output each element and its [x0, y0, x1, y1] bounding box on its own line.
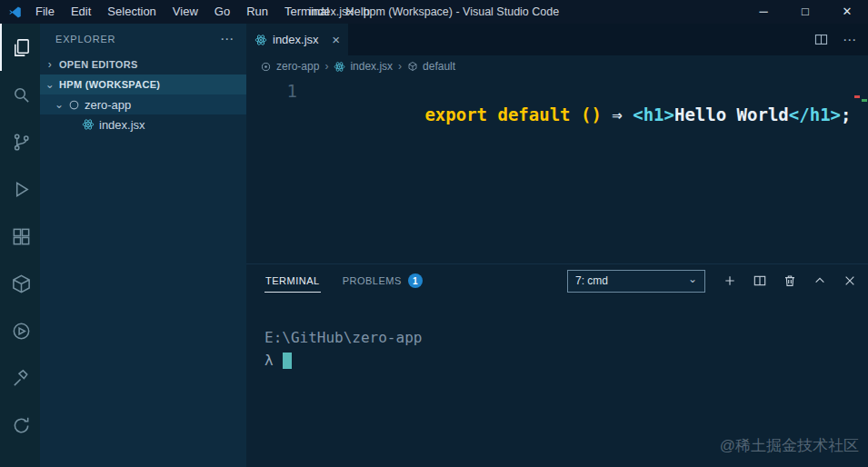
problems-badge: 1	[408, 273, 423, 288]
tab-close-icon[interactable]: ×	[332, 33, 340, 46]
circle-dot-icon	[260, 61, 272, 73]
menu-run[interactable]: Run	[238, 0, 276, 24]
overview-ruler-mark-red	[854, 95, 860, 98]
folder-icon	[68, 99, 80, 111]
run-debug-icon[interactable]	[0, 165, 40, 213]
terminal-cwd: E:\GitHub\zero-app	[264, 326, 868, 349]
code-token-parens: ()	[581, 104, 602, 124]
terminal-output[interactable]: E:\GitHub\zero-app λ	[246, 297, 868, 372]
sidebar-more-actions[interactable]: ⋯	[220, 31, 234, 47]
explorer-sidebar: EXPLORER ⋯ › OPEN EDITORS ⌄ HPM (WORKSPA…	[40, 24, 246, 467]
breadcrumb-index-jsx[interactable]: index.jsx	[334, 60, 393, 73]
tab-bar: index.jsx × ⋯	[246, 24, 868, 55]
chevron-down-icon: ⌄	[688, 273, 697, 285]
titlebar: File Edit Selection View Go Run Terminal…	[0, 0, 868, 24]
close-button[interactable]: ✕	[826, 0, 868, 24]
sidebar-title: EXPLORER	[55, 34, 115, 45]
tab-index-jsx[interactable]: index.jsx ×	[246, 24, 348, 55]
react-icon	[82, 118, 95, 131]
terminal-cursor	[283, 353, 292, 369]
code-token-text: Hello World	[674, 104, 789, 124]
breadcrumb-separator: ›	[324, 60, 328, 73]
open-editors-section[interactable]: › OPEN EDITORS	[40, 55, 246, 75]
kill-terminal-icon[interactable]	[783, 273, 797, 288]
code-token-semicolon: ;	[841, 104, 851, 124]
chevron-down-icon: ⌄	[55, 98, 64, 111]
tree-item-label: zero-app	[85, 98, 131, 112]
terminal-prompt: λ	[264, 349, 274, 372]
editor-group: index.jsx × ⋯ zero-app ›	[246, 24, 868, 467]
code-token-keyword: export default	[424, 104, 581, 124]
watermark: @稀土掘金技术社区	[720, 435, 859, 456]
activity-bar	[0, 24, 40, 467]
tree-item-label: index.jsx	[99, 118, 145, 132]
code-line-1: 1 export default () ⇒ <h1>Hello World</h…	[246, 77, 868, 150]
editor-more-actions[interactable]: ⋯	[843, 32, 856, 48]
tools-icon[interactable]	[0, 354, 40, 402]
breadcrumb-zero-app[interactable]: zero-app	[260, 60, 319, 73]
line-number: 1	[246, 79, 297, 150]
vscode-logo-icon	[8, 5, 22, 19]
window-title: index.jsx - hpm (Workspace) - Visual Stu…	[309, 5, 559, 18]
split-editor-icon[interactable]	[813, 32, 829, 47]
code-token-arrow: ⇒	[602, 104, 633, 124]
cube-icon[interactable]	[0, 260, 40, 307]
workspace-label: HPM (WORKSPACE)	[59, 79, 160, 90]
breadcrumb-default[interactable]: default	[407, 60, 455, 73]
tab-label: index.jsx	[273, 33, 319, 46]
react-icon	[334, 61, 345, 73]
symbol-box-icon	[407, 61, 418, 72]
terminal-select[interactable]: 7: cmd ⌄	[567, 270, 705, 293]
panel-header: TERMINAL PROBLEMS 1 7: cmd ⌄	[246, 264, 868, 297]
tab-problems[interactable]: PROBLEMS 1	[343, 273, 423, 288]
extensions-icon[interactable]	[0, 213, 40, 260]
menu-edit[interactable]: Edit	[63, 0, 99, 24]
tree-item-index-jsx[interactable]: index.jsx	[40, 114, 246, 134]
menu-selection[interactable]: Selection	[99, 0, 164, 24]
play-circle-icon[interactable]	[0, 307, 40, 354]
menu-view[interactable]: View	[165, 0, 206, 24]
workspace-section[interactable]: ⌄ HPM (WORKSPACE)	[40, 75, 246, 94]
react-icon	[254, 34, 267, 46]
chevron-right-icon: ›	[44, 58, 56, 71]
new-terminal-icon[interactable]	[723, 273, 737, 288]
explorer-icon[interactable]	[0, 24, 40, 71]
search-icon[interactable]	[0, 71, 40, 118]
minimize-button[interactable]: ─	[743, 0, 784, 24]
close-panel-icon[interactable]	[843, 273, 857, 288]
code-token-close-tag: </h1>	[789, 104, 841, 124]
refresh-icon[interactable]	[0, 402, 40, 449]
menu-go[interactable]: Go	[206, 0, 238, 24]
code-editor[interactable]: 1 export default () ⇒ <h1>Hello World</h…	[246, 77, 868, 263]
open-editors-label: OPEN EDITORS	[59, 59, 138, 70]
breadcrumb-separator: ›	[398, 60, 402, 73]
tree-item-zero-app[interactable]: ⌄ zero-app	[40, 94, 246, 114]
terminal-select-value: 7: cmd	[575, 274, 608, 287]
source-control-icon[interactable]	[0, 118, 40, 165]
breadcrumb: zero-app › index.jsx › default	[246, 55, 868, 77]
code-token-open-tag: <h1>	[633, 104, 674, 124]
maximize-panel-icon[interactable]	[813, 273, 827, 288]
overview-ruler-mark-green	[862, 99, 867, 102]
split-terminal-icon[interactable]	[753, 273, 767, 288]
menu-file[interactable]: File	[27, 0, 63, 24]
maximize-button[interactable]: □	[784, 0, 826, 24]
tab-terminal[interactable]: TERMINAL	[264, 270, 321, 293]
chevron-down-icon: ⌄	[44, 78, 56, 91]
